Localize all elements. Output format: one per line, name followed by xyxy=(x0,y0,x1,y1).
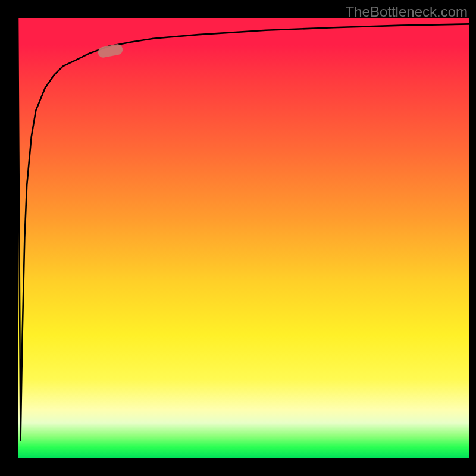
svg-rect-0 xyxy=(97,43,124,59)
chart-frame: TheBottleneck.com xyxy=(0,0,476,476)
curve-layer xyxy=(18,18,469,458)
curve-marker xyxy=(97,43,124,59)
plot-area xyxy=(18,18,469,458)
bottleneck-curve xyxy=(18,18,469,440)
